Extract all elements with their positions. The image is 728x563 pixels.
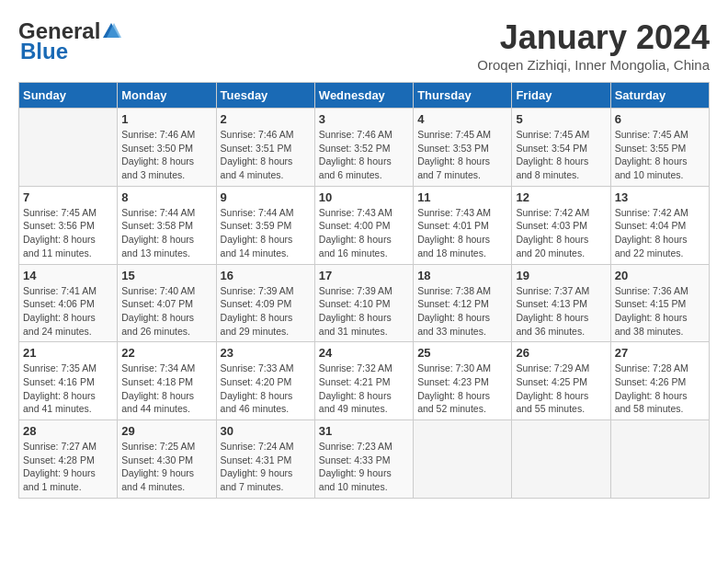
day-number: 25 — [417, 346, 507, 360]
day-info: Sunrise: 7:33 AMSunset: 4:20 PMDaylight:… — [221, 362, 311, 416]
calendar-cell: 27Sunrise: 7:28 AMSunset: 4:26 PMDayligh… — [610, 342, 709, 420]
calendar-cell: 15Sunrise: 7:40 AMSunset: 4:07 PMDayligh… — [118, 264, 216, 342]
day-number: 6 — [615, 112, 705, 126]
month-title: January 2024 — [477, 18, 710, 57]
calendar-header-row: Sunday Monday Tuesday Wednesday Thursday… — [19, 83, 710, 109]
calendar-cell: 19Sunrise: 7:37 AMSunset: 4:13 PMDayligh… — [512, 264, 610, 342]
day-number: 13 — [615, 190, 705, 204]
day-number: 24 — [319, 346, 409, 360]
calendar-week-row: 28Sunrise: 7:27 AMSunset: 4:28 PMDayligh… — [19, 420, 710, 499]
day-number: 16 — [221, 269, 311, 282]
day-info: Sunrise: 7:34 AMSunset: 4:18 PMDaylight:… — [121, 362, 211, 416]
logo-icon — [101, 21, 121, 41]
header-sunday: Sunday — [19, 83, 118, 109]
day-info: Sunrise: 7:27 AMSunset: 4:28 PMDaylight:… — [23, 440, 113, 494]
day-number: 7 — [23, 190, 113, 204]
day-number: 28 — [23, 424, 113, 438]
calendar-cell — [512, 420, 610, 499]
day-number: 18 — [417, 269, 507, 282]
day-info: Sunrise: 7:36 AMSunset: 4:15 PMDaylight:… — [615, 284, 705, 339]
day-number: 15 — [121, 269, 211, 282]
day-number: 26 — [516, 346, 606, 360]
calendar-week-row: 14Sunrise: 7:41 AMSunset: 4:06 PMDayligh… — [19, 264, 710, 342]
header-thursday: Thursday — [414, 83, 512, 109]
calendar-cell — [19, 109, 118, 187]
day-info: Sunrise: 7:42 AMSunset: 4:04 PMDaylight:… — [615, 206, 705, 260]
day-number: 23 — [221, 346, 311, 360]
day-number: 11 — [417, 190, 507, 204]
calendar-cell: 30Sunrise: 7:24 AMSunset: 4:31 PMDayligh… — [216, 420, 314, 499]
calendar-cell: 14Sunrise: 7:41 AMSunset: 4:06 PMDayligh… — [19, 264, 118, 342]
logo-blue: Blue — [18, 39, 68, 64]
calendar-cell: 12Sunrise: 7:42 AMSunset: 4:03 PMDayligh… — [512, 186, 610, 264]
header-saturday: Saturday — [610, 83, 709, 109]
day-number: 27 — [615, 346, 705, 360]
calendar-cell: 29Sunrise: 7:25 AMSunset: 4:30 PMDayligh… — [118, 420, 216, 499]
calendar-week-row: 1Sunrise: 7:46 AMSunset: 3:50 PMDaylight… — [19, 109, 710, 187]
calendar-cell — [610, 420, 709, 499]
day-info: Sunrise: 7:39 AMSunset: 4:09 PMDaylight:… — [221, 284, 311, 339]
calendar-cell: 24Sunrise: 7:32 AMSunset: 4:21 PMDayligh… — [314, 342, 413, 420]
day-info: Sunrise: 7:45 AMSunset: 3:53 PMDaylight:… — [417, 128, 507, 182]
day-info: Sunrise: 7:24 AMSunset: 4:31 PMDaylight:… — [221, 440, 311, 494]
day-info: Sunrise: 7:45 AMSunset: 3:54 PMDaylight:… — [516, 128, 606, 182]
calendar-table: Sunday Monday Tuesday Wednesday Thursday… — [18, 82, 710, 499]
day-info: Sunrise: 7:44 AMSunset: 3:58 PMDaylight:… — [121, 206, 211, 260]
calendar-cell: 31Sunrise: 7:23 AMSunset: 4:33 PMDayligh… — [314, 420, 413, 499]
day-number: 20 — [615, 269, 705, 282]
day-number: 1 — [121, 112, 211, 126]
day-info: Sunrise: 7:25 AMSunset: 4:30 PMDaylight:… — [121, 440, 211, 494]
day-info: Sunrise: 7:46 AMSunset: 3:52 PMDaylight:… — [319, 128, 409, 182]
day-number: 29 — [121, 424, 211, 438]
calendar-week-row: 21Sunrise: 7:35 AMSunset: 4:16 PMDayligh… — [19, 342, 710, 420]
header-friday: Friday — [512, 83, 610, 109]
day-info: Sunrise: 7:43 AMSunset: 4:01 PMDaylight:… — [417, 206, 507, 260]
calendar-cell: 8Sunrise: 7:44 AMSunset: 3:58 PMDaylight… — [118, 186, 216, 264]
day-info: Sunrise: 7:39 AMSunset: 4:10 PMDaylight:… — [319, 284, 409, 339]
day-info: Sunrise: 7:38 AMSunset: 4:12 PMDaylight:… — [417, 284, 507, 339]
day-info: Sunrise: 7:42 AMSunset: 4:03 PMDaylight:… — [516, 206, 606, 260]
day-info: Sunrise: 7:35 AMSunset: 4:16 PMDaylight:… — [23, 362, 113, 416]
day-number: 12 — [516, 190, 606, 204]
day-info: Sunrise: 7:32 AMSunset: 4:21 PMDaylight:… — [319, 362, 409, 416]
header-wednesday: Wednesday — [314, 83, 413, 109]
calendar-cell: 21Sunrise: 7:35 AMSunset: 4:16 PMDayligh… — [19, 342, 118, 420]
calendar-cell: 3Sunrise: 7:46 AMSunset: 3:52 PMDaylight… — [314, 109, 413, 187]
calendar-cell: 10Sunrise: 7:43 AMSunset: 4:00 PMDayligh… — [314, 186, 413, 264]
calendar-cell: 13Sunrise: 7:42 AMSunset: 4:04 PMDayligh… — [610, 186, 709, 264]
calendar-cell: 2Sunrise: 7:46 AMSunset: 3:51 PMDaylight… — [216, 109, 314, 187]
calendar-cell: 23Sunrise: 7:33 AMSunset: 4:20 PMDayligh… — [216, 342, 314, 420]
day-number: 5 — [516, 112, 606, 126]
day-number: 9 — [221, 190, 311, 204]
day-info: Sunrise: 7:23 AMSunset: 4:33 PMDaylight:… — [319, 440, 409, 494]
calendar-cell: 5Sunrise: 7:45 AMSunset: 3:54 PMDaylight… — [512, 109, 610, 187]
header-monday: Monday — [118, 83, 216, 109]
day-number: 3 — [319, 112, 409, 126]
calendar-cell: 6Sunrise: 7:45 AMSunset: 3:55 PMDaylight… — [610, 109, 709, 187]
day-number: 22 — [121, 346, 211, 360]
calendar-cell: 20Sunrise: 7:36 AMSunset: 4:15 PMDayligh… — [610, 264, 709, 342]
calendar-cell: 9Sunrise: 7:44 AMSunset: 3:59 PMDaylight… — [216, 186, 314, 264]
day-number: 30 — [221, 424, 311, 438]
day-number: 19 — [516, 269, 606, 282]
title-block: January 2024 Oroqen Zizhiqi, Inner Mongo… — [477, 18, 710, 73]
page-header: General Blue January 2024 Oroqen Zizhiqi… — [18, 18, 710, 73]
header-tuesday: Tuesday — [216, 83, 314, 109]
day-number: 2 — [221, 112, 311, 126]
calendar-cell: 16Sunrise: 7:39 AMSunset: 4:09 PMDayligh… — [216, 264, 314, 342]
day-number: 14 — [23, 269, 113, 282]
day-info: Sunrise: 7:28 AMSunset: 4:26 PMDaylight:… — [615, 362, 705, 416]
location-subtitle: Oroqen Zizhiqi, Inner Mongolia, China — [477, 57, 710, 73]
day-info: Sunrise: 7:46 AMSunset: 3:50 PMDaylight:… — [121, 128, 211, 182]
day-info: Sunrise: 7:41 AMSunset: 4:06 PMDaylight:… — [23, 284, 113, 339]
day-number: 31 — [319, 424, 409, 438]
logo: General Blue — [18, 18, 122, 64]
calendar-cell: 7Sunrise: 7:45 AMSunset: 3:56 PMDaylight… — [19, 186, 118, 264]
calendar-cell: 11Sunrise: 7:43 AMSunset: 4:01 PMDayligh… — [414, 186, 512, 264]
day-info: Sunrise: 7:44 AMSunset: 3:59 PMDaylight:… — [221, 206, 311, 260]
calendar-cell: 28Sunrise: 7:27 AMSunset: 4:28 PMDayligh… — [19, 420, 118, 499]
calendar-week-row: 7Sunrise: 7:45 AMSunset: 3:56 PMDaylight… — [19, 186, 710, 264]
day-number: 21 — [23, 346, 113, 360]
day-number: 17 — [319, 269, 409, 282]
calendar-cell: 17Sunrise: 7:39 AMSunset: 4:10 PMDayligh… — [314, 264, 413, 342]
